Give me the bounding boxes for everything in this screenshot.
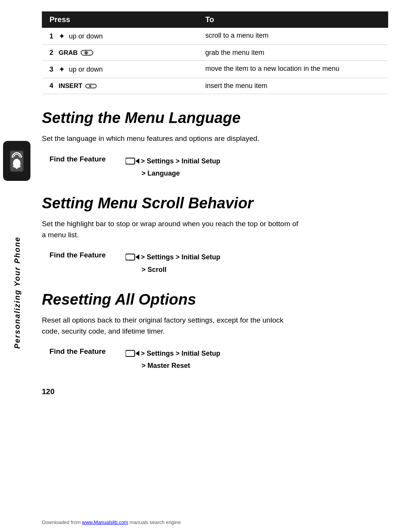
table-row: 2 GRAB grab the menu item xyxy=(42,45,388,61)
svg-rect-4 xyxy=(126,158,135,164)
svg-marker-9 xyxy=(135,351,139,356)
row-num-4: 4 xyxy=(49,82,53,90)
svg-marker-5 xyxy=(135,158,139,164)
nav-icon-1: ✦ xyxy=(59,32,65,41)
section2-desc: Set the highlight bar to stop or wrap ar… xyxy=(42,219,301,240)
grab-key: GRAB xyxy=(59,49,93,57)
section3-path-line2: > Master Reset xyxy=(142,359,220,372)
footer-text-after: manuals search engine xyxy=(128,519,181,525)
section3-title: Resetting All Options xyxy=(42,291,388,308)
footer-text-before: Downloaded from xyxy=(42,519,82,525)
section3-find-feature: Find the Feature > Settings > Initial Se… xyxy=(49,347,388,372)
table-cell-to-1: scroll to a menu item xyxy=(198,28,389,45)
section1-title: Setting the Menu Language xyxy=(42,109,388,126)
section1-desc: Set the language in which menu features … xyxy=(42,133,301,144)
insert-label: INSERT xyxy=(59,82,82,90)
section-scroll-behavior: Setting Menu Scroll Behavior Set the hig… xyxy=(42,195,388,276)
grab-btn xyxy=(81,50,93,56)
sidebar-label: Personalizing Your Phone xyxy=(13,236,22,349)
grab-btn-dot xyxy=(84,51,88,54)
insert-btn xyxy=(85,84,97,88)
table-header-press: Press xyxy=(42,11,198,28)
svg-rect-8 xyxy=(126,350,135,356)
footer-text: Downloaded from www.Manualslib.com manua… xyxy=(42,519,181,525)
section2-find-label: Find the Feature xyxy=(49,251,126,259)
section2-find-feature: Find the Feature > Settings > Initial Se… xyxy=(49,251,388,276)
insert-btn-dot xyxy=(89,85,91,87)
section1-find-label: Find the Feature xyxy=(49,155,126,163)
section3-find-label: Find the Feature xyxy=(49,347,126,356)
press-text-1: up or down xyxy=(69,32,103,40)
section1-path-text1: > Settings > Initial Setup xyxy=(141,155,220,167)
instruction-table: Press To 1 ✦ up or down scroll to xyxy=(42,11,388,94)
section1-find-feature: Find the Feature > Settings > Initial Se… xyxy=(49,155,388,180)
table-row: 1 ✦ up or down scroll to a menu item xyxy=(42,28,388,45)
menu-arrow-icon-3 xyxy=(126,349,139,358)
section-menu-language: Setting the Menu Language Set the langua… xyxy=(42,109,388,179)
table-cell-press-2: 2 GRAB xyxy=(42,45,198,61)
section-reset-options: Resetting All Options Reset all options … xyxy=(42,291,388,372)
table-cell-press-1: 1 ✦ up or down xyxy=(42,28,198,45)
row-num-3: 3 xyxy=(49,66,53,73)
nav-icon-3: ✦ xyxy=(59,65,65,74)
menu-arrow-icon-2 xyxy=(126,253,139,261)
table-cell-press-4: 4 INSERT xyxy=(42,78,198,94)
section1-path-line2: > Language xyxy=(142,167,220,179)
table-row: 4 INSERT insert the menu item xyxy=(42,78,388,94)
section2-path-text1: > Settings > Initial Setup xyxy=(141,251,220,263)
footer-link[interactable]: www.Manualslib.com xyxy=(82,519,128,525)
section1-path-text2: > Language xyxy=(142,167,180,179)
section2-path: > Settings > Initial Setup > Scroll xyxy=(126,251,220,276)
table-row: 3 ✦ up or down move the item to a new lo… xyxy=(42,61,388,78)
insert-key: INSERT xyxy=(59,82,97,90)
page-number: 120 xyxy=(42,387,388,396)
table-cell-to-4: insert the menu item xyxy=(198,78,389,94)
section3-path-text1: > Settings > Initial Setup xyxy=(141,347,220,359)
section2-path-line2: > Scroll xyxy=(142,264,220,276)
section3-path: > Settings > Initial Setup > Master Rese… xyxy=(126,347,220,372)
section2-path-text2: > Scroll xyxy=(142,264,167,276)
svg-rect-6 xyxy=(126,254,135,260)
page-footer: Downloaded from www.Manualslib.com manua… xyxy=(34,519,411,525)
grab-label: GRAB xyxy=(59,49,78,57)
section1-path-line1: > Settings > Initial Setup xyxy=(126,155,220,167)
table-cell-press-3: 3 ✦ up or down xyxy=(42,61,198,78)
section2-path-line1: > Settings > Initial Setup xyxy=(126,251,220,263)
sidebar-vertical-text-container: Personalizing Your Phone xyxy=(0,0,34,532)
table-header-to: To xyxy=(198,11,389,28)
table-cell-to-2: grab the menu item xyxy=(198,45,389,61)
section2-title: Setting Menu Scroll Behavior xyxy=(42,195,388,212)
section3-path-line1: > Settings > Initial Setup xyxy=(126,347,220,359)
row-num-1: 1 xyxy=(49,32,53,40)
table-cell-to-3: move the item to a new location in the m… xyxy=(198,61,389,78)
section1-path: > Settings > Initial Setup > Language xyxy=(126,155,220,180)
svg-marker-7 xyxy=(135,254,139,260)
section3-desc: Reset all options back to their original… xyxy=(42,315,301,337)
press-text-3: up or down xyxy=(69,66,103,73)
sidebar: Personalizing Your Phone xyxy=(0,0,34,532)
main-content: Press To 1 ✦ up or down scroll to xyxy=(34,0,411,532)
row-num-2: 2 xyxy=(49,49,53,57)
section3-path-text2: > Master Reset xyxy=(142,359,190,372)
menu-arrow-icon-1 xyxy=(126,157,139,165)
